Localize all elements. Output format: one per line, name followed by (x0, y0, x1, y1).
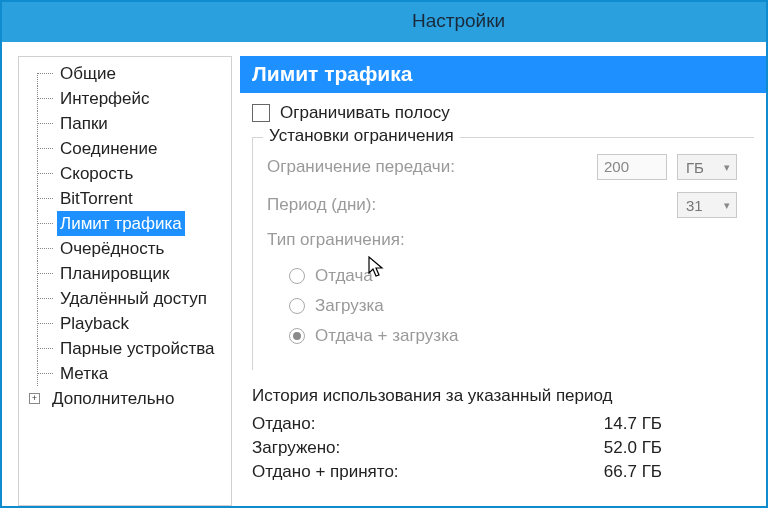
tree-item-advanced[interactable]: + Дополнительно (25, 386, 231, 411)
radio-upload-row[interactable]: Отдача (289, 266, 744, 286)
history-section: История использования за указанный перио… (252, 386, 754, 482)
limit-type-radios: Отдача Загрузка Отдача + загрузка (289, 266, 744, 346)
history-downloaded-value: 52.0 ГБ (582, 438, 662, 458)
window-title: Настройки (412, 10, 505, 32)
limit-settings-group: Установки ограничения Ограничение переда… (252, 137, 754, 370)
tree-item-interface[interactable]: Интерфейс (25, 86, 231, 111)
radio-download[interactable] (289, 298, 305, 314)
tree-item-scheduler[interactable]: Планировщик (25, 261, 231, 286)
limit-bandwidth-row: Ограничивать полосу (252, 103, 754, 123)
tree-item-paired-devices[interactable]: Парные устройства (25, 336, 231, 361)
period-label: Период (дни): (267, 195, 597, 215)
history-downloaded-row: Загружено: 52.0 ГБ (252, 438, 754, 458)
radio-upload[interactable] (289, 268, 305, 284)
settings-window: Настройки Общие Интерфейс Папки Соединен… (0, 0, 768, 508)
transfer-limit-unit-value: ГБ (686, 159, 704, 176)
history-title: История использования за указанный перио… (252, 386, 754, 406)
radio-both-label: Отдача + загрузка (315, 326, 458, 346)
titlebar: Настройки (2, 2, 766, 42)
radio-both[interactable] (289, 328, 305, 344)
radio-download-label: Загрузка (315, 296, 384, 316)
tree-item-bittorrent[interactable]: BitTorrent (25, 186, 231, 211)
tree-item-traffic-limit[interactable]: Лимит трафика (25, 211, 231, 236)
limit-bandwidth-label: Ограничивать полосу (280, 103, 450, 123)
history-uploaded-label: Отдано: (252, 414, 582, 434)
history-downloaded-label: Загружено: (252, 438, 582, 458)
expand-icon[interactable]: + (29, 393, 40, 404)
section-heading: Лимит трафика (240, 56, 766, 93)
tree-item-priority[interactable]: Очерёдность (25, 236, 231, 261)
tree-item-label[interactable]: Метка (25, 361, 231, 386)
chevron-down-icon: ▾ (724, 199, 730, 212)
settings-tree[interactable]: Общие Интерфейс Папки Соединение Скорост… (18, 56, 232, 506)
tree-item-connection[interactable]: Соединение (25, 136, 231, 161)
tree-item-playback[interactable]: Playback (25, 311, 231, 336)
tree-item-folders[interactable]: Папки (25, 111, 231, 136)
history-both-label: Отдано + принято: (252, 462, 582, 482)
history-both-value: 66.7 ГБ (582, 462, 662, 482)
tree-item-general[interactable]: Общие (25, 61, 231, 86)
chevron-down-icon: ▾ (724, 161, 730, 174)
tree-item-speed[interactable]: Скорость (25, 161, 231, 186)
limit-bandwidth-checkbox[interactable] (252, 104, 270, 122)
transfer-limit-label: Ограничение передачи: (267, 157, 597, 177)
transfer-limit-input[interactable]: 200 (597, 154, 667, 180)
main-panel: Лимит трафика Ограничивать полосу Устано… (240, 56, 766, 506)
radio-download-row[interactable]: Загрузка (289, 296, 744, 316)
history-uploaded-value: 14.7 ГБ (582, 414, 662, 434)
period-value: 31 (686, 197, 703, 214)
transfer-limit-unit-combo[interactable]: ГБ ▾ (677, 154, 737, 180)
history-both-row: Отдано + принято: 66.7 ГБ (252, 462, 754, 482)
client-area: Общие Интерфейс Папки Соединение Скорост… (2, 42, 766, 506)
history-uploaded-row: Отдано: 14.7 ГБ (252, 414, 754, 434)
tree-item-remote[interactable]: Удалённый доступ (25, 286, 231, 311)
radio-both-row[interactable]: Отдача + загрузка (289, 326, 744, 346)
limit-type-label: Тип ограничения: (267, 230, 597, 250)
radio-upload-label: Отдача (315, 266, 373, 286)
period-combo[interactable]: 31 ▾ (677, 192, 737, 218)
group-title: Установки ограничения (263, 126, 460, 146)
